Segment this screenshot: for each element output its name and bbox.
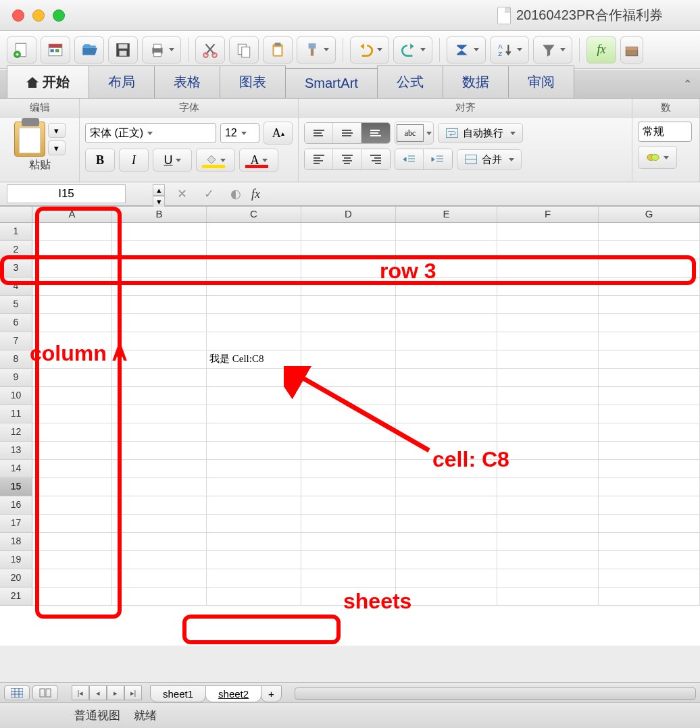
row-header[interactable]: 17 bbox=[0, 515, 32, 533]
cell[interactable] bbox=[396, 369, 497, 387]
ribbon-collapse-icon[interactable]: ⌃ bbox=[683, 78, 692, 90]
cell[interactable] bbox=[497, 460, 599, 478]
fill-down-button[interactable]: ▾ bbox=[48, 123, 66, 138]
cell[interactable] bbox=[396, 496, 497, 515]
cell[interactable] bbox=[396, 423, 497, 442]
row-header[interactable]: 18 bbox=[0, 533, 32, 551]
namebox-stepper[interactable]: ▴ ▾ bbox=[153, 184, 165, 203]
cell[interactable] bbox=[599, 588, 700, 606]
row-header[interactable]: 16 bbox=[0, 496, 32, 515]
row-header[interactable]: 21 bbox=[0, 588, 32, 606]
clipboard-icon[interactable] bbox=[14, 122, 45, 157]
cell[interactable] bbox=[497, 533, 599, 551]
cell[interactable] bbox=[301, 515, 396, 533]
cell[interactable] bbox=[396, 478, 497, 496]
align-bottom-button[interactable] bbox=[361, 123, 390, 143]
font-size-combo[interactable]: 12 bbox=[220, 123, 259, 143]
cell[interactable] bbox=[599, 278, 700, 296]
cell[interactable] bbox=[396, 223, 497, 241]
grow-font-button[interactable]: A▴ bbox=[264, 122, 293, 145]
cell[interactable] bbox=[112, 551, 207, 569]
cell[interactable] bbox=[301, 442, 396, 460]
cell[interactable] bbox=[207, 569, 301, 588]
cell[interactable] bbox=[599, 496, 700, 515]
row-header[interactable]: 5 bbox=[0, 296, 32, 314]
cell[interactable] bbox=[301, 332, 396, 350]
cell[interactable] bbox=[497, 387, 599, 405]
cell[interactable] bbox=[497, 588, 599, 606]
format-painter-button[interactable] bbox=[297, 36, 336, 63]
name-box[interactable]: I15 bbox=[7, 184, 126, 203]
cell[interactable] bbox=[396, 332, 497, 350]
row-header[interactable]: 12 bbox=[0, 423, 32, 442]
undo-button[interactable] bbox=[350, 36, 389, 63]
cell[interactable] bbox=[112, 478, 207, 496]
cell[interactable] bbox=[112, 259, 207, 278]
cell[interactable] bbox=[497, 478, 599, 496]
cell[interactable] bbox=[599, 241, 700, 259]
row-header[interactable]: 14 bbox=[0, 460, 32, 478]
cell[interactable] bbox=[497, 423, 599, 442]
cell[interactable] bbox=[32, 387, 112, 405]
cell[interactable] bbox=[396, 314, 497, 332]
cell[interactable] bbox=[599, 332, 700, 350]
autosum-button[interactable] bbox=[447, 36, 486, 63]
cell[interactable] bbox=[207, 332, 301, 350]
prev-sheet-button[interactable]: ◂ bbox=[89, 685, 107, 700]
new-workbook-button[interactable] bbox=[7, 36, 36, 63]
cell[interactable] bbox=[396, 588, 497, 606]
cell[interactable] bbox=[112, 369, 207, 387]
cell[interactable] bbox=[396, 278, 497, 296]
column-header-D[interactable]: D bbox=[301, 207, 396, 222]
cell[interactable] bbox=[32, 515, 112, 533]
cell[interactable] bbox=[497, 350, 599, 369]
cell[interactable] bbox=[112, 278, 207, 296]
tab-layout[interactable]: 布局 bbox=[89, 66, 155, 98]
cell[interactable] bbox=[396, 460, 497, 478]
cut-button[interactable] bbox=[195, 36, 225, 63]
clear-button[interactable]: ▾ bbox=[48, 140, 66, 155]
column-header-A[interactable]: A bbox=[32, 207, 112, 222]
tab-charts[interactable]: 图表 bbox=[220, 66, 286, 98]
tab-tables[interactable]: 表格 bbox=[154, 66, 220, 98]
cell[interactable] bbox=[112, 515, 207, 533]
cell[interactable] bbox=[301, 223, 396, 241]
cell[interactable] bbox=[301, 350, 396, 369]
cell[interactable] bbox=[32, 533, 112, 551]
cell[interactable] bbox=[497, 369, 599, 387]
cell[interactable] bbox=[301, 569, 396, 588]
row-header[interactable]: 4 bbox=[0, 278, 32, 296]
cell[interactable] bbox=[32, 350, 112, 369]
align-center-button[interactable] bbox=[333, 149, 361, 170]
cell[interactable] bbox=[396, 569, 497, 588]
row-header[interactable]: 20 bbox=[0, 569, 32, 588]
cell[interactable] bbox=[207, 423, 301, 442]
cancel-edit-button[interactable]: ✕ bbox=[172, 184, 192, 203]
paste-button[interactable] bbox=[263, 36, 293, 63]
cell[interactable] bbox=[112, 350, 207, 369]
print-button[interactable] bbox=[142, 36, 181, 63]
cell[interactable] bbox=[207, 460, 301, 478]
cell[interactable] bbox=[301, 588, 396, 606]
cell[interactable] bbox=[301, 296, 396, 314]
cell[interactable] bbox=[599, 423, 700, 442]
cell[interactable] bbox=[599, 387, 700, 405]
row-header[interactable]: 11 bbox=[0, 405, 32, 423]
cell[interactable] bbox=[32, 405, 112, 423]
cell[interactable] bbox=[112, 533, 207, 551]
tab-smartart[interactable]: SmartArt bbox=[285, 68, 378, 98]
cell[interactable]: 我是 Cell:C8 bbox=[207, 350, 301, 369]
tab-review[interactable]: 审阅 bbox=[508, 66, 574, 98]
cell[interactable] bbox=[599, 405, 700, 423]
cell[interactable] bbox=[32, 278, 112, 296]
column-header-E[interactable]: E bbox=[396, 207, 497, 222]
font-name-combo[interactable]: 宋体 (正文) bbox=[85, 123, 216, 143]
cell[interactable] bbox=[599, 223, 700, 241]
stepper-down-icon[interactable]: ▾ bbox=[153, 196, 165, 207]
font-color-button[interactable]: A bbox=[239, 149, 278, 172]
cell[interactable] bbox=[497, 259, 599, 278]
cell[interactable] bbox=[207, 515, 301, 533]
row-header[interactable]: 15 bbox=[0, 478, 32, 496]
toggle-fx-button[interactable]: fx bbox=[586, 36, 616, 63]
cell[interactable] bbox=[396, 350, 497, 369]
